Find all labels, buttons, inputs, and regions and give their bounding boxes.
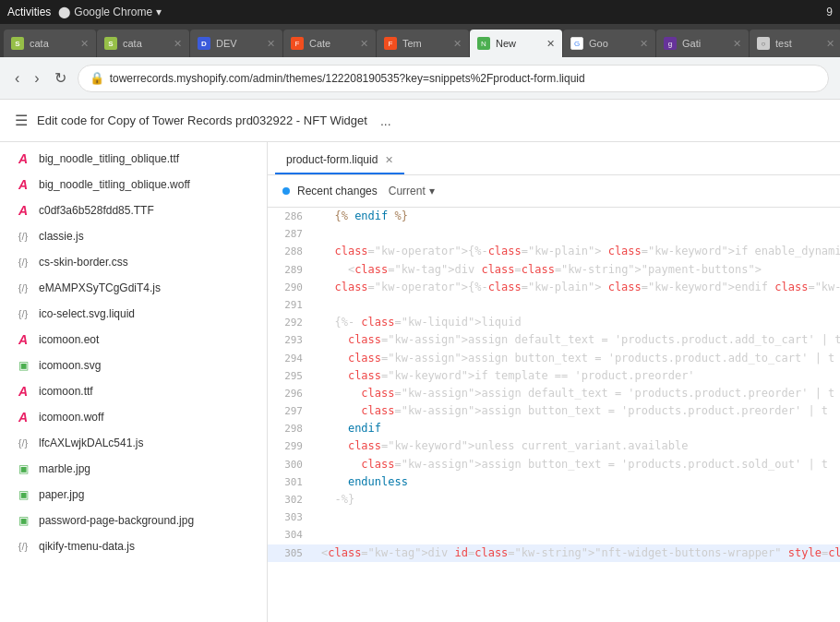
file-tab-product-form[interactable]: product-form.liquid ✕ bbox=[275, 145, 404, 174]
more-options-button[interactable]: ... bbox=[380, 114, 391, 128]
tab-close-icon[interactable]: ✕ bbox=[267, 38, 275, 50]
line-content[interactable]: class="kw-assign">assign default_text = … bbox=[314, 385, 840, 402]
system-time: 9 bbox=[826, 6, 833, 18]
line-content[interactable]: <class="kw-tag">div class=class="kw-stri… bbox=[314, 261, 840, 279]
line-content[interactable]: <class="kw-tag">div id=class="kw-string"… bbox=[314, 544, 840, 562]
file-tab-label: product-form.liquid bbox=[286, 153, 378, 166]
line-content[interactable]: class="kw-operator">{%-class="kw-plain">… bbox=[314, 243, 840, 260]
tab-close-icon[interactable]: ✕ bbox=[546, 38, 555, 50]
sidebar-item[interactable]: Abig_noodle_titling_oblique.ttf bbox=[0, 146, 267, 172]
forward-button[interactable]: › bbox=[30, 66, 42, 90]
sidebar-item[interactable]: {/}classie.js bbox=[0, 223, 267, 249]
refresh-button[interactable]: ↻ bbox=[51, 66, 70, 90]
file-name: big_noodle_titling_oblique.woff bbox=[39, 178, 190, 191]
sidebar-item[interactable]: Aicomoon.woff bbox=[0, 404, 267, 430]
tab-close-icon[interactable]: ✕ bbox=[360, 38, 368, 50]
recent-changes-label: Recent changes bbox=[297, 185, 378, 197]
sidebar-item[interactable]: ▣icomoon.svg bbox=[0, 353, 267, 378]
code-icon: {/} bbox=[18, 231, 28, 242]
code-editor[interactable]: 286 {% endif %}287 288 class="kw-operato… bbox=[268, 208, 840, 622]
tab-close-icon[interactable]: ✕ bbox=[453, 38, 462, 50]
tab-favicon-new-icon: N bbox=[477, 37, 490, 50]
browser-tab-tab9[interactable]: ○test✕ bbox=[750, 30, 840, 57]
file-name: big_noodle_titling_oblique.ttf bbox=[39, 152, 179, 165]
line-content[interactable]: class="kw-keyword">if template == 'produ… bbox=[314, 367, 840, 385]
code-line: 299 class="kw-keyword">unless current_va… bbox=[268, 437, 840, 455]
sidebar-item[interactable]: ▣password-page-background.jpg bbox=[0, 508, 267, 533]
sidebar-item[interactable]: {/}lfcAXLwjkDALc541.js bbox=[0, 430, 267, 456]
activities-button[interactable]: Activities bbox=[7, 6, 51, 18]
line-content[interactable]: {% endif %} bbox=[314, 208, 840, 225]
tab-favicon-google-icon: G bbox=[570, 37, 583, 50]
line-content[interactable]: endif bbox=[314, 420, 840, 437]
current-version-button[interactable]: Current ▾ bbox=[385, 183, 438, 199]
sidebar-item[interactable]: {/}ico-select.svg.liquid bbox=[0, 301, 267, 327]
line-content[interactable]: class="kw-assign">assign button_text = '… bbox=[314, 456, 840, 473]
file-name: qikify-tmenu-data.js bbox=[39, 540, 135, 553]
image-icon: ▣ bbox=[18, 488, 29, 501]
code-line: 288 class="kw-operator">{%-class="kw-pla… bbox=[268, 243, 840, 260]
sidebar-item[interactable]: Abig_noodle_titling_oblique.woff bbox=[0, 172, 267, 197]
browser-tab-tab5[interactable]: FTem✕ bbox=[377, 30, 469, 57]
chrome-icon: ⬤ bbox=[58, 6, 70, 18]
file-name: ico-select.svg.liquid bbox=[39, 307, 135, 320]
code-line: 303 bbox=[268, 508, 840, 526]
line-content[interactable]: {%- class="kw-liquid">liquid bbox=[314, 314, 840, 331]
line-content[interactable]: endunless bbox=[314, 473, 840, 491]
code-icon: {/} bbox=[18, 541, 28, 552]
browser-tab-tab7[interactable]: GGoo✕ bbox=[563, 30, 655, 57]
file-icon: A bbox=[15, 150, 31, 167]
code-line: 287 bbox=[268, 225, 840, 243]
tab-close-icon[interactable]: ✕ bbox=[80, 38, 89, 50]
sidebar-item[interactable]: Aicomoon.eot bbox=[0, 327, 267, 353]
sidebar-item[interactable]: Aicomoon.ttf bbox=[0, 378, 267, 404]
font-icon: A bbox=[18, 384, 28, 399]
tab-title: New bbox=[496, 38, 541, 49]
sidebar-toggle-button[interactable]: ☰ bbox=[15, 112, 28, 129]
sidebar-item[interactable]: {/}qikify-tmenu-data.js bbox=[0, 533, 267, 559]
line-content[interactable]: class="kw-assign">assign button_text = '… bbox=[314, 350, 840, 367]
sidebar-item[interactable]: {/}cs-skin-border.css bbox=[0, 249, 267, 275]
tab-close-icon[interactable]: ✕ bbox=[826, 38, 834, 50]
tab-title: test bbox=[775, 38, 821, 49]
line-content[interactable] bbox=[314, 225, 840, 243]
tab-close-icon[interactable]: ✕ bbox=[733, 38, 741, 50]
chrome-indicator: ⬤ Google Chrome ▾ bbox=[58, 6, 162, 18]
browser-tab-tab4[interactable]: FCate✕ bbox=[283, 30, 376, 57]
sidebar-item[interactable]: {/}eMAMPXSyTCgGdiT4.js bbox=[0, 275, 267, 301]
tab-close-icon[interactable]: ✕ bbox=[174, 38, 182, 50]
code-line: 295 class="kw-keyword">if template == 'p… bbox=[268, 367, 840, 385]
line-content[interactable]: class="kw-operator">{%-class="kw-plain">… bbox=[314, 279, 840, 296]
browser-tab-tab2[interactable]: Scata✕ bbox=[97, 30, 189, 57]
file-icon: A bbox=[15, 202, 31, 219]
line-content[interactable]: class="kw-assign">assign button_text = '… bbox=[314, 402, 840, 420]
browser-tab-tab6[interactable]: NNew✕ bbox=[470, 30, 562, 57]
current-btn-label: Current bbox=[389, 185, 426, 197]
font-icon: A bbox=[18, 410, 28, 425]
file-name: lfcAXLwjkDALc541.js bbox=[39, 437, 143, 449]
tab-close-icon[interactable]: ✕ bbox=[640, 38, 648, 50]
line-content[interactable]: class="kw-keyword">unless current_varian… bbox=[314, 437, 840, 455]
file-icon: {/} bbox=[15, 228, 31, 245]
line-content[interactable] bbox=[314, 508, 840, 526]
url-bar[interactable]: 🔒 towerrecords.myshopify.com/admin/theme… bbox=[78, 65, 829, 92]
line-content[interactable]: class="kw-assign">assign default_text = … bbox=[314, 331, 840, 349]
sidebar-item[interactable]: Ac0df3a6b528fdd85.TTF bbox=[0, 197, 267, 223]
sidebar-item[interactable]: ▣paper.jpg bbox=[0, 482, 267, 508]
code-line: 302 -%} bbox=[268, 491, 840, 508]
tab-close-icon[interactable]: ✕ bbox=[385, 154, 393, 166]
code-line: 291 bbox=[268, 296, 840, 314]
back-button[interactable]: ‹ bbox=[11, 66, 23, 90]
chevron-down-icon[interactable]: ▾ bbox=[156, 6, 162, 18]
browser-tab-tab3[interactable]: DDEV✕ bbox=[190, 30, 282, 57]
url-text: towerrecords.myshopify.com/admin/themes/… bbox=[110, 72, 817, 85]
line-number: 291 bbox=[268, 297, 314, 314]
sidebar-item[interactable]: ▣marble.jpg bbox=[0, 456, 267, 482]
browser-tab-tab8[interactable]: gGati✕ bbox=[656, 30, 749, 57]
line-content[interactable] bbox=[314, 296, 840, 314]
line-content[interactable] bbox=[314, 526, 840, 544]
line-content[interactable]: -%} bbox=[314, 491, 840, 508]
font-icon: A bbox=[18, 203, 28, 218]
browser-tab-tab1[interactable]: Scata✕ bbox=[4, 30, 96, 57]
editor-header: ☰ Edit code for Copy of Tower Records pr… bbox=[0, 100, 840, 142]
